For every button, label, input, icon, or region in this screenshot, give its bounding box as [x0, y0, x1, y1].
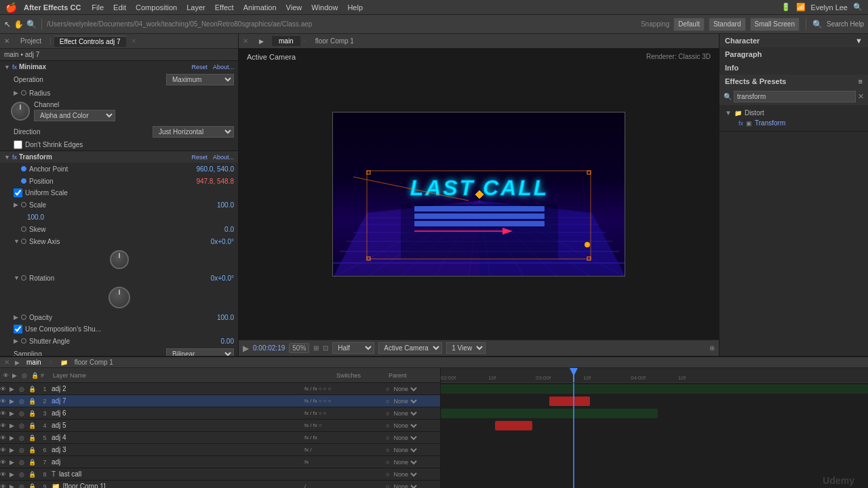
switch-3-2[interactable]: fx	[313, 398, 317, 404]
parent-dropdown-7[interactable]: None	[391, 458, 419, 466]
play-8[interactable]: ▶	[9, 471, 19, 478]
menu-layer[interactable]: Layer	[182, 2, 210, 13]
layer-name-1[interactable]: adj 2	[52, 385, 304, 392]
skew-axis-value[interactable]: 0x+0.0°	[211, 238, 234, 245]
parent-dropdown-3[interactable]: None	[391, 409, 419, 418]
rotation-expand[interactable]: ▼	[14, 274, 19, 281]
uniform-scale-checkbox[interactable]	[14, 188, 22, 197]
parent-dropdown-4[interactable]: None	[391, 422, 419, 430]
parent-dropdown-8[interactable]: None	[391, 470, 419, 479]
timeline-tab-close-main[interactable]: ✕	[48, 359, 54, 366]
play-5[interactable]: ▶	[9, 434, 19, 441]
sw-fx-5[interactable]: fx	[304, 434, 309, 441]
character-header[interactable]: Character ▼	[719, 34, 868, 47]
scale-expand[interactable]: ▶	[14, 201, 19, 208]
position-value[interactable]: 947.8, 548.8	[196, 178, 234, 185]
minimax-about[interactable]: About...	[213, 64, 234, 70]
switch-2-1[interactable]: /	[310, 386, 311, 392]
comp-timecode[interactable]: 0:00:02:19	[253, 344, 285, 352]
project-close[interactable]: ✕	[4, 37, 9, 45]
scale-value[interactable]: 100.0	[217, 201, 234, 209]
minimax-toggle[interactable]: ▼	[4, 64, 10, 70]
skew-axis-dial[interactable]	[110, 250, 129, 269]
view-dropdown[interactable]: Active Camera	[378, 342, 442, 354]
tab-main[interactable]: main	[272, 36, 300, 46]
parent-dropdown-2[interactable]: None	[391, 397, 419, 405]
layer-name-9[interactable]: 📁 [floor Comp 1]	[52, 483, 304, 488]
character-collapse[interactable]: ▼	[855, 37, 863, 45]
eye-9[interactable]: 👁	[0, 483, 9, 489]
switch-5-2[interactable]: ○	[323, 398, 327, 404]
standard-btn[interactable]: Standard	[709, 18, 746, 31]
switch-fx-2[interactable]: fx	[304, 398, 309, 404]
lock-7[interactable]: 🔒	[28, 459, 38, 466]
sw-2-5[interactable]: /	[310, 434, 311, 441]
effects-search-input[interactable]	[734, 91, 856, 102]
eye-4[interactable]: 👁	[0, 422, 9, 429]
radius-expand[interactable]: ▶	[14, 89, 19, 96]
eye-6[interactable]: 👁	[0, 447, 9, 453]
layer-name-2[interactable]: adj 7	[52, 397, 304, 405]
eye-1[interactable]: 👁	[0, 386, 9, 392]
transform-header[interactable]: ▼ fx Transform Reset About...	[0, 151, 238, 163]
effects-search-clear[interactable]: ✕	[858, 92, 864, 101]
switch-4-1[interactable]: ○	[319, 386, 322, 392]
menu-effect[interactable]: Effect	[211, 2, 238, 13]
parent-dropdown-5[interactable]: None	[391, 434, 419, 442]
paragraph-header[interactable]: Paragraph	[719, 47, 868, 61]
eye-7[interactable]: 👁	[0, 459, 9, 466]
skew-axis-expand[interactable]: ▼	[14, 238, 19, 245]
tab-floor-comp[interactable]: floor Comp 1	[309, 36, 361, 46]
toolbar-tool-hand[interactable]: ✋	[14, 20, 24, 29]
minimax-header[interactable]: ▼ fx Minimax Reset About...	[0, 61, 238, 73]
effects-presets-header[interactable]: Effects & Presets ≡	[719, 75, 868, 88]
apple-menu[interactable]: 🍎	[5, 2, 17, 13]
play-7[interactable]: ▶	[9, 459, 19, 466]
zoom-dropdown[interactable]: 50%	[289, 343, 309, 353]
transform-effect-item[interactable]: fx ▣ Transform	[725, 118, 863, 128]
comp-fit-icon[interactable]: ⊞	[313, 344, 319, 352]
use-comp-shutter-checkbox[interactable]	[14, 325, 22, 333]
timeline-tab-floor[interactable]: floor Comp 1	[71, 357, 117, 367]
search-icon[interactable]: 🔍	[853, 3, 863, 12]
timeline-tab-main[interactable]: main	[22, 357, 45, 367]
play-2[interactable]: ▶	[9, 398, 19, 405]
sw-3-4[interactable]: fx	[313, 422, 317, 428]
solo-8[interactable]: ◎	[19, 471, 28, 478]
clip-adj6[interactable]	[441, 409, 658, 418]
shutter-angle-value[interactable]: 0.00	[221, 338, 234, 345]
eye-2[interactable]: 👁	[0, 398, 9, 405]
operation-dropdown[interactable]: Maximum	[166, 74, 234, 85]
sw-2-4[interactable]: /	[310, 422, 311, 428]
eye-5[interactable]: 👁	[0, 434, 9, 441]
menu-edit[interactable]: Edit	[109, 2, 130, 13]
lock-2[interactable]: 🔒	[28, 398, 38, 405]
eye-8[interactable]: 👁	[0, 471, 9, 478]
clip-adj5[interactable]	[495, 421, 532, 430]
comp-render-btn[interactable]: ▶	[243, 344, 249, 353]
lock-1[interactable]: 🔒	[28, 386, 38, 392]
search-help-label[interactable]: Search Help	[827, 20, 864, 28]
resolution-dropdown[interactable]: Half Full Quarter	[332, 342, 374, 354]
sw-fx-7[interactable]: fx	[304, 459, 309, 465]
tab-effect-controls[interactable]: Effect Controls adj 7	[54, 36, 126, 47]
sw-3-5[interactable]: fx	[313, 434, 317, 441]
parent-dropdown-1[interactable]: None	[391, 385, 419, 393]
clip-adj7[interactable]	[549, 396, 590, 406]
opacity-value[interactable]: 100.0	[217, 314, 234, 321]
opacity-expand[interactable]: ▶	[14, 314, 19, 321]
menu-composition[interactable]: Composition	[132, 2, 181, 13]
skew-value[interactable]: 0.0	[224, 226, 234, 233]
switch-4-2[interactable]: ○	[319, 398, 322, 404]
comp-image[interactable]: LAST CALL LAST CALL	[332, 112, 625, 277]
sw-5-3[interactable]: ○	[323, 410, 327, 416]
menu-animation[interactable]: Animation	[239, 2, 281, 13]
lock-4[interactable]: 🔒	[28, 422, 38, 429]
distort-folder[interactable]: ▼ 📁 Distort	[725, 108, 863, 118]
solo-1[interactable]: ◎	[19, 386, 28, 392]
sw-4-4[interactable]: ○	[319, 422, 322, 428]
solo-9[interactable]: ◎	[19, 483, 28, 489]
layer-name-8[interactable]: T last call	[52, 470, 304, 478]
transform-reset[interactable]: Reset	[191, 154, 208, 161]
switch-6-2[interactable]: ○	[328, 398, 331, 404]
